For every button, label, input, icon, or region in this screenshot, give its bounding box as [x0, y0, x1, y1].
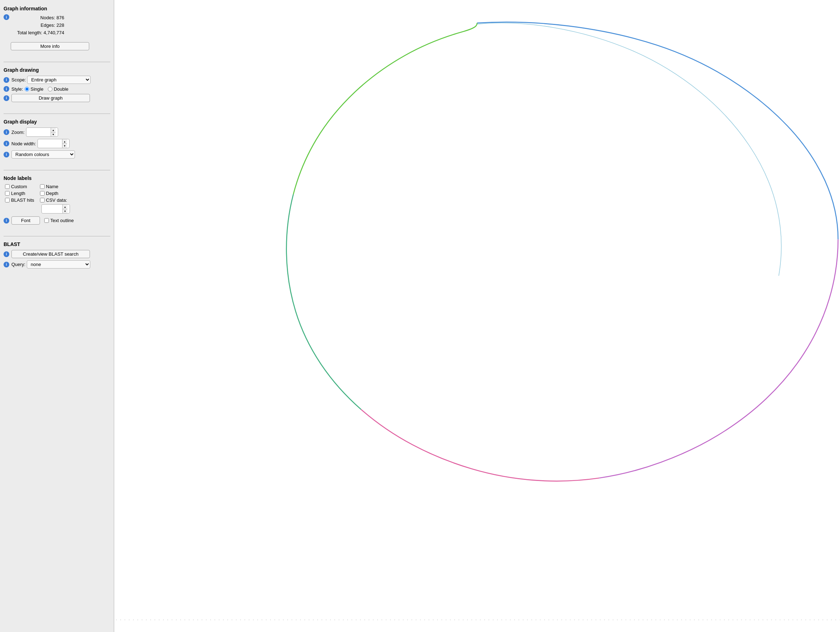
node-width-spinner[interactable]: 15.0 ▲ ▼ [38, 139, 69, 148]
text-outline-checkbox-item[interactable]: Text outline [44, 218, 74, 223]
length-checkbox-item[interactable]: Length [5, 191, 34, 196]
csv-up-button[interactable]: ▲ [63, 204, 68, 209]
zoom-down-button[interactable]: ▼ [51, 133, 56, 137]
graph-drawing-title: Graph drawing [3, 67, 110, 73]
scope-select[interactable]: Entire graph Around selection From selec… [27, 76, 91, 84]
depth-checkbox[interactable] [40, 191, 44, 196]
main-graph-area[interactable] [114, 0, 840, 632]
length-label: Length [11, 191, 25, 196]
font-info-icon[interactable]: i [3, 218, 9, 223]
ruler-dots [114, 618, 840, 621]
zoom-info-icon[interactable]: i [3, 129, 9, 135]
edges-value: 228 [56, 22, 64, 29]
csv-spinner[interactable]: ▲ ▼ [41, 204, 70, 214]
single-radio-item[interactable]: Single [25, 86, 44, 92]
style-label: Style: [11, 86, 23, 92]
node-width-spin-buttons: ▲ ▼ [62, 139, 67, 148]
query-select[interactable]: none [27, 260, 90, 269]
name-checkbox[interactable] [40, 184, 44, 189]
name-checkbox-item[interactable]: Name [40, 184, 70, 189]
scope-label: Scope: [11, 77, 26, 82]
csv-input[interactable] [42, 206, 62, 212]
nodes-value: 876 [56, 14, 64, 22]
scope-info-icon[interactable]: i [3, 77, 9, 83]
csv-data-checkbox[interactable] [40, 198, 44, 203]
graph-display-title: Graph display [3, 119, 110, 125]
name-label: Name [46, 184, 58, 189]
double-radio-item[interactable]: Double [48, 86, 68, 92]
node-labels-title: Node labels [3, 175, 110, 181]
custom-checkbox-item[interactable]: Custom [5, 184, 34, 189]
color-select[interactable]: Random colours Uniform colour Depth colo… [11, 150, 75, 158]
sidebar: Graph information i Nodes: 876 Edges: 22… [0, 0, 114, 632]
nodes-label: Nodes: [40, 14, 55, 22]
node-width-up-button[interactable]: ▲ [62, 139, 67, 144]
graph-info-title: Graph information [3, 6, 110, 11]
text-outline-checkbox[interactable] [44, 218, 49, 223]
csv-data-checkbox-item[interactable]: CSV data: [40, 198, 67, 203]
style-info-icon[interactable]: i [3, 86, 9, 92]
single-radio[interactable] [25, 87, 29, 92]
style-radio-group: Single Double [25, 86, 68, 92]
blast-create-info-icon[interactable]: i [3, 251, 9, 257]
more-info-button[interactable]: More info [11, 42, 89, 50]
node-labels-section: Node labels Custom Length BLAST hits [3, 174, 110, 227]
custom-checkbox[interactable] [5, 184, 9, 189]
node-width-label: Node width: [11, 141, 36, 146]
graph-drawing-section: Graph drawing i Scope: Entire graph Arou… [3, 66, 110, 104]
graph-display-section: Graph display i Zoom: 7.5% ▲ ▼ i Node wi… [3, 117, 110, 161]
blast-section: BLAST i Create/view BLAST search i Query… [3, 240, 110, 271]
blast-hits-checkbox[interactable] [5, 198, 9, 203]
depth-label: Depth [46, 191, 58, 196]
query-info-icon[interactable]: i [3, 262, 9, 268]
depth-checkbox-item[interactable]: Depth [40, 191, 70, 196]
zoom-spinner[interactable]: 7.5% ▲ ▼ [26, 127, 58, 137]
zoom-spin-buttons: ▲ ▼ [51, 128, 56, 136]
divider-3 [3, 170, 110, 170]
graph-info-icon[interactable]: i [3, 14, 9, 20]
csv-spin-wrap: ▲ ▼ [41, 204, 70, 214]
color-info-icon[interactable]: i [3, 152, 9, 157]
blast-hits-checkbox-item[interactable]: BLAST hits [5, 198, 34, 203]
zoom-input[interactable]: 7.5% [27, 129, 51, 136]
total-length-value: 4,740,774 [44, 29, 64, 37]
custom-label: Custom [11, 184, 27, 189]
total-length-label: Total length: [17, 29, 42, 37]
query-label: Query: [11, 262, 25, 267]
single-label: Single [31, 86, 44, 92]
font-button[interactable]: Font [11, 216, 40, 225]
double-label: Double [54, 86, 68, 92]
csv-data-label: CSV data: [46, 198, 67, 203]
divider-4 [3, 236, 110, 236]
graph-edges [287, 22, 838, 482]
csv-spin-buttons: ▲ ▼ [62, 204, 68, 213]
draw-graph-button[interactable]: Draw graph [11, 94, 90, 102]
double-radio[interactable] [48, 87, 52, 92]
node-width-info-icon[interactable]: i [3, 141, 9, 146]
graph-svg[interactable] [114, 0, 840, 632]
blast-hits-label: BLAST hits [11, 198, 34, 203]
node-width-input[interactable]: 15.0 [38, 140, 62, 147]
node-width-down-button[interactable]: ▼ [62, 144, 67, 148]
draw-info-icon[interactable]: i [3, 95, 9, 101]
divider-2 [3, 114, 110, 114]
blast-title: BLAST [3, 241, 110, 247]
zoom-up-button[interactable]: ▲ [51, 128, 56, 133]
graph-stats: Nodes: 876 Edges: 228 Total length: 4,74… [17, 14, 64, 36]
create-blast-button[interactable]: Create/view BLAST search [11, 250, 90, 258]
zoom-label: Zoom: [11, 130, 25, 135]
edges-label: Edges: [41, 22, 55, 29]
csv-down-button[interactable]: ▼ [63, 209, 68, 214]
graph-information-section: Graph information i Nodes: 876 Edges: 22… [3, 4, 110, 52]
length-checkbox[interactable] [5, 191, 9, 196]
text-outline-label: Text outline [50, 218, 74, 223]
